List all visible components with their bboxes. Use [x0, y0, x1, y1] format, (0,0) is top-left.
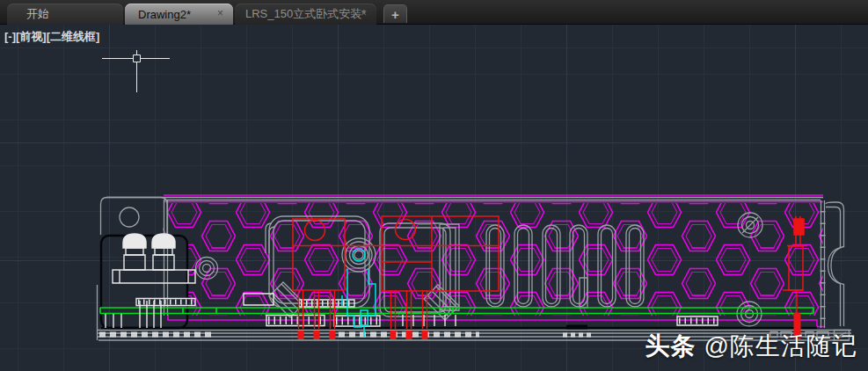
cad-drawing — [0, 25, 868, 371]
terminal-block — [113, 234, 195, 283]
plus-icon: + — [391, 7, 399, 22]
crosshair-cursor[interactable] — [102, 50, 170, 92]
viewport-visual-style-control[interactable]: [二维线框] — [47, 30, 100, 43]
tab-drawing2[interactable]: Drawing2* × — [125, 4, 233, 25]
tab-start-label: 开始 — [26, 6, 49, 22]
viewport-view-control[interactable]: [前视] — [16, 30, 47, 43]
watermark: 头条@陈生活随记 — [646, 330, 857, 363]
tab-lrs150[interactable]: LRS_150立式卧式安装* × — [235, 4, 376, 25]
tab-lrs150-label: LRS_150立式卧式安装* — [245, 6, 366, 22]
tab-start[interactable]: 开始 — [7, 4, 123, 25]
autocad-window: [-][前视][二维线框] 开始 Drawing2* × LRS_150立式卧式… — [0, 0, 868, 371]
viewport-controls: [-][前视][二维线框] — [4, 29, 99, 45]
close-icon[interactable]: × — [214, 7, 227, 20]
watermark-handle: @陈生活随记 — [704, 332, 857, 360]
mesh-pattern-layer — [163, 203, 823, 316]
new-tab-button[interactable]: + — [383, 4, 407, 23]
watermark-brand: 头条 — [646, 332, 697, 360]
tab-drawing2-label: Drawing2* — [138, 8, 191, 21]
close-icon[interactable]: × — [357, 7, 370, 20]
viewport-minimize-control[interactable]: [-] — [4, 30, 16, 43]
model-space-canvas[interactable] — [0, 25, 868, 371]
file-tab-bar: 开始 Drawing2* × LRS_150立式卧式安装* × + — [0, 0, 868, 25]
